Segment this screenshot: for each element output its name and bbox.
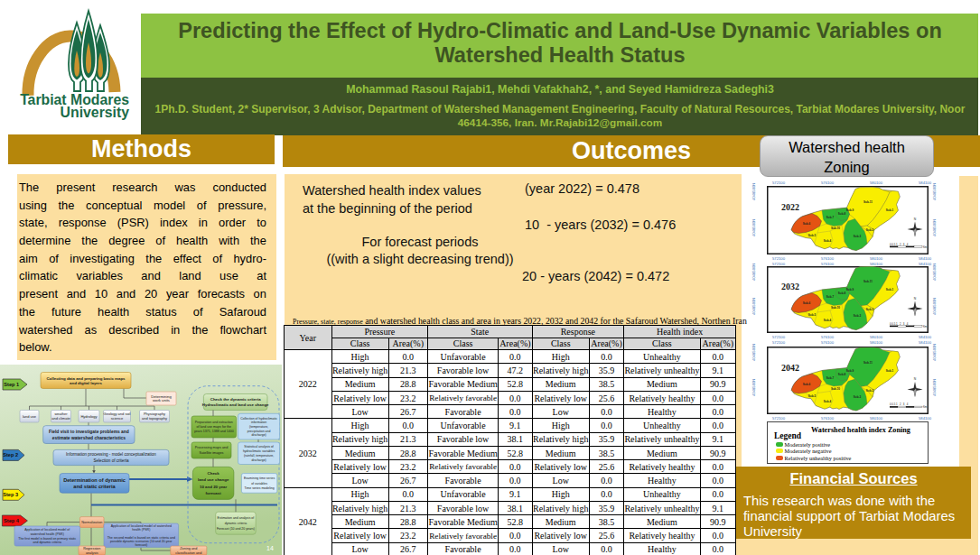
svg-text:Sub-8: Sub-8 (838, 291, 846, 295)
svg-text:years 1371, 1388 and 1400: years 1371, 1388 and 1400 (194, 430, 234, 433)
svg-text:Sub-7: Sub-7 (826, 216, 835, 219)
svg-text:(temperature,: (temperature, (249, 425, 268, 429)
svg-text:work units: work units (153, 398, 170, 402)
svg-text:Sub-2: Sub-2 (866, 308, 874, 311)
svg-text:precipitation and: precipitation and (247, 430, 271, 433)
svg-text:Sub-3: Sub-3 (854, 314, 862, 318)
svg-text:and topography: and topography (142, 416, 167, 421)
svg-text:Preparation and extraction: Preparation and extraction (195, 421, 233, 424)
svg-text:Zoning and: Zoning and (180, 547, 197, 550)
svg-text:Sub-9: Sub-9 (846, 288, 854, 291)
svg-text:Sub-10: Sub-10 (831, 306, 840, 310)
svg-text:Estimation and analysis of: Estimation and analysis of (218, 516, 255, 520)
svg-text:Sub-1: Sub-1 (886, 208, 894, 212)
svg-text:Sub-7: Sub-7 (826, 295, 835, 299)
svg-text:analysis: analysis (86, 551, 98, 555)
svg-text:2032: 2032 (781, 282, 799, 291)
svg-text:Sub-8: Sub-8 (838, 373, 846, 376)
svg-text:discharge): discharge) (251, 458, 266, 462)
svg-text:Sub-6: Sub-6 (803, 383, 811, 386)
svg-text:(rainfall, temperature,: (rainfall, temperature, (244, 454, 274, 458)
svg-text:health (PSR): health (PSR) (132, 528, 150, 532)
svg-text:Sub-3: Sub-3 (854, 395, 862, 399)
svg-text:Sub-9: Sub-9 (846, 369, 854, 373)
svg-text:Sub-2: Sub-2 (866, 228, 874, 232)
svg-text:University: University (61, 105, 130, 120)
svg-text:Sub-1: Sub-1 (886, 288, 894, 291)
svg-text:of variables: of variables (251, 482, 267, 486)
svg-text:and digital layers: and digital layers (70, 381, 102, 385)
svg-text:Km: Km (923, 325, 928, 328)
svg-text:watershed health (PSR): watershed health (PSR) (31, 532, 64, 536)
svg-text:Forecast (10 and 20 years): Forecast (10 and 20 years) (217, 527, 255, 531)
svg-text:14: 14 (266, 545, 274, 551)
svg-text:classification and: classification and (175, 551, 201, 555)
svg-text:Sub-7: Sub-7 (826, 376, 835, 380)
svg-text:Check: Check (208, 471, 220, 476)
svg-text:Sub-5: Sub-5 (808, 394, 817, 398)
svg-text:discharge): discharge) (251, 433, 266, 437)
svg-text:Normalization: Normalization (81, 521, 102, 524)
svg-text:Sub-4: Sub-4 (824, 400, 832, 403)
svg-text:0 0.5 1 2 3 4: 0 0.5 1 2 3 4 (890, 402, 909, 406)
svg-text:Sub-10: Sub-10 (831, 227, 840, 230)
svg-text:Examining time series: Examining time series (244, 476, 275, 480)
svg-text:0 0.5 1 2 3 4: 0 0.5 1 2 3 4 (890, 243, 909, 246)
svg-text:Km: Km (923, 245, 928, 249)
svg-text:Km: Km (923, 405, 928, 409)
svg-text:Sub-2: Sub-2 (866, 389, 874, 393)
svg-text:2042: 2042 (781, 363, 799, 373)
svg-text:of land use maps for the: of land use maps for the (197, 425, 232, 429)
svg-text:Sub-3: Sub-3 (854, 235, 862, 238)
svg-text:Sub-11: Sub-11 (863, 280, 873, 283)
svg-text:dynamic criteria: dynamic criteria (225, 522, 247, 525)
svg-text:Sub-5: Sub-5 (808, 313, 817, 317)
svg-text:and climate: and climate (51, 416, 70, 421)
svg-text:Sub-11: Sub-11 (863, 361, 873, 365)
svg-text:information: information (251, 421, 266, 424)
svg-text:Determination of dynamic: Determination of dynamic (63, 477, 126, 483)
svg-text:and static criteria: and static criteria (73, 484, 116, 489)
svg-text:Time series modeling: Time series modeling (245, 486, 275, 490)
svg-text:The first model is based on pr: The first model is based on primary stat… (18, 537, 76, 541)
svg-text:Processing maps and: Processing maps and (195, 446, 229, 449)
svg-text:Hydroclimatic and land use cha: Hydroclimatic and land use change (202, 402, 269, 407)
svg-text:hydroclimatic variables: hydroclimatic variables (243, 449, 275, 453)
svg-text:Selection of criteria: Selection of criteria (93, 458, 129, 463)
svg-text:Sub-11: Sub-11 (863, 200, 873, 204)
svg-text:Step 3: Step 3 (3, 492, 18, 497)
svg-text:Sub-5: Sub-5 (808, 234, 817, 237)
svg-text:Sub-8: Sub-8 (838, 212, 846, 216)
svg-text:Sub-4: Sub-4 (824, 239, 832, 243)
svg-text:Sub-10: Sub-10 (831, 387, 840, 391)
svg-text:forecast): forecast) (135, 543, 147, 547)
svg-text:0 0.5 1 2 3 4: 0 0.5 1 2 3 4 (890, 322, 909, 326)
svg-text:Step 4: Step 4 (4, 518, 20, 523)
svg-text:Satellite images: Satellite images (200, 451, 224, 455)
svg-text:Statistical analysis of: Statistical analysis of (244, 445, 274, 449)
svg-text:Step 1: Step 1 (4, 382, 19, 387)
svg-text:estimate watershed characteris: estimate watershed characteristics (52, 436, 126, 440)
svg-text:Regression: Regression (83, 547, 100, 550)
svg-text:Step 2: Step 2 (3, 452, 18, 458)
svg-text:Application of localized model: Application of localized model of (24, 528, 70, 532)
svg-text:Check the dynamic criteria: Check the dynamic criteria (210, 397, 261, 402)
svg-text:forecast: forecast (206, 491, 222, 495)
svg-text:Information processing - model: Information processing - model conceptua… (66, 452, 156, 457)
svg-text:Collection of hydroclimatic: Collection of hydroclimatic (240, 417, 277, 421)
svg-text:Hydrology: Hydrology (80, 414, 97, 419)
svg-text:Sub-9: Sub-9 (846, 208, 854, 212)
svg-text:land use change: land use change (198, 477, 229, 482)
svg-text:2022: 2022 (781, 202, 799, 212)
svg-text:Sub-4: Sub-4 (824, 319, 832, 322)
svg-text:land use: land use (23, 414, 37, 419)
svg-text:10 and 20 year: 10 and 20 year (200, 485, 228, 489)
svg-text:and dynamic criteria: and dynamic criteria (33, 541, 61, 544)
svg-text:science: science (111, 416, 124, 421)
svg-text:Sub-6: Sub-6 (803, 301, 811, 305)
svg-text:Sub-6: Sub-6 (803, 222, 811, 226)
svg-text:Field visit to investigate pro: Field visit to investigate problems and (49, 430, 129, 434)
svg-text:Sub-1: Sub-1 (886, 369, 894, 373)
